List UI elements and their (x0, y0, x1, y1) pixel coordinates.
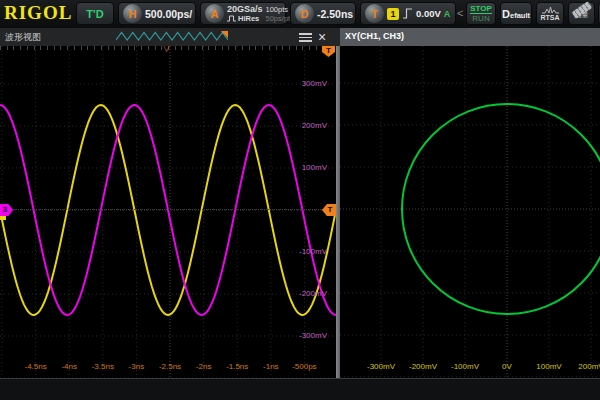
menu-icon[interactable] (299, 33, 312, 42)
ref-position-icon[interactable]: ▽ (163, 46, 170, 53)
rtsa-button[interactable]: RTSA (536, 2, 564, 25)
waveform-view-tab[interactable]: 波形视图 (5, 31, 41, 44)
time-tick-label: -4ns (51, 362, 87, 371)
stop-label: STOP (470, 4, 492, 14)
voltage-tick-label: -300mV (299, 331, 327, 340)
rtsa-label: RTSA (540, 14, 559, 22)
time-tick-label: -2.5ns (152, 362, 188, 371)
time-tick-label: -2ns (186, 362, 222, 371)
horizontal-knob-icon[interactable]: H (123, 4, 142, 23)
top-toolbar: RIGOL T'D H 500.00ps/ A 20GSa/s HiRes 10… (0, 0, 600, 29)
trigger-button[interactable]: T 1 0.00V A (360, 2, 456, 25)
time-tick-label: -3ns (118, 362, 154, 371)
close-icon[interactable]: × (318, 28, 326, 46)
waveform-plot (0, 46, 336, 378)
xy-tick-label: -100mV (443, 362, 487, 371)
trigger-level-value: 0.00V (416, 8, 441, 19)
xy-window-header[interactable]: XY(CH1, CH3) (340, 28, 600, 46)
xy-trace (402, 104, 600, 314)
delay-button[interactable]: D -2.50ns (290, 2, 356, 25)
rigol-logo: RIGOL (4, 2, 72, 24)
record-preview-waveform[interactable] (116, 31, 228, 42)
sample-rate-value: 20GSa/s (227, 5, 263, 14)
trigger-mode-label: A (444, 9, 451, 19)
bottom-status-bar: ⚙ CH1 100.00mV/ =Ω CH2 200.00mV/ =Ω CH3 … (0, 378, 600, 400)
resolution-value: 50ps/pt (266, 14, 291, 23)
time-tick-label: -1.5ns (219, 362, 255, 371)
acq-mode-label: HiRes (238, 14, 259, 23)
xy-window-title: XY(CH1, CH3) (345, 31, 404, 41)
delay-knob-icon[interactable]: D (295, 4, 314, 23)
trigger-level-line (13, 209, 331, 210)
voltage-tick-label: -200mV (299, 289, 327, 298)
time-tick-label: -500ps (286, 362, 322, 371)
spectrum-icon (542, 6, 559, 14)
trigger-knob-icon[interactable]: T (365, 4, 384, 23)
xy-tick-label: 100mV (527, 362, 571, 371)
waveform-panel: ▽ T 3 T 300mV200mV100mV-100mV-200mV-300m… (0, 46, 336, 378)
stop-run-button[interactable]: STOP RUN (466, 2, 496, 25)
acquisition-knob-icon[interactable]: A (205, 4, 224, 23)
acquisition-button[interactable]: A 20GSa/s HiRes 100pts 50ps/pt (200, 2, 286, 25)
run-label: RUN (472, 14, 489, 23)
horizontal-scale-button[interactable]: H 500.00ps/ (118, 2, 196, 25)
xy-panel: -300mV-200mV-100mV0V100mV200mV (340, 46, 600, 378)
oscilloscope-screen: RIGOL T'D H 500.00ps/ A 20GSa/s HiRes 10… (0, 0, 600, 400)
default-label-rest: efault (510, 11, 530, 20)
xy-tick-label: -300mV (359, 362, 403, 371)
acq-mode-icon (227, 15, 236, 22)
trigger-source-badge: 1 (387, 8, 399, 20)
xy-tick-label: 0V (485, 362, 529, 371)
trigger-status-button[interactable]: T'D (76, 2, 114, 25)
voltage-tick-label: 100mV (302, 163, 327, 172)
rising-edge-icon (402, 7, 413, 20)
time-tick-label: -4.5ns (18, 362, 54, 371)
measure-button[interactable]: 测量 (568, 2, 595, 25)
xy-tick-label: 200mV (569, 362, 600, 371)
collapse-chevron-icon[interactable]: < (457, 7, 463, 19)
horizontal-scale-value: 500.00ps/ (145, 8, 192, 20)
voltage-tick-label: -100mV (299, 247, 327, 256)
default-button[interactable]: Default (500, 2, 532, 25)
xy-plot (340, 46, 600, 378)
time-tick-label: -1ns (253, 362, 289, 371)
time-tick-label: -3.5ns (85, 362, 121, 371)
voltage-tick-label: 300mV (302, 79, 327, 88)
xy-tick-label: -200mV (401, 362, 445, 371)
delay-value: -2.50ns (317, 8, 353, 20)
trigger-status-label: T'D (86, 8, 103, 20)
points-value: 100pts (266, 5, 291, 14)
voltage-tick-label: 200mV (302, 121, 327, 130)
default-label-first: D (502, 8, 510, 20)
